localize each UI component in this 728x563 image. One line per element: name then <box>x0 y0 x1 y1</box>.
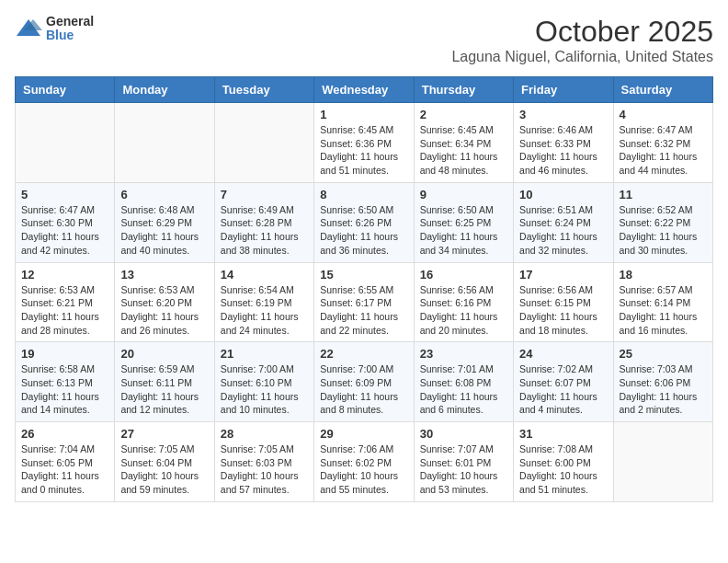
calendar-week-row: 12Sunrise: 6:53 AM Sunset: 6:21 PM Dayli… <box>16 262 713 342</box>
calendar-cell: 19Sunrise: 6:58 AM Sunset: 6:13 PM Dayli… <box>16 342 115 422</box>
day-info: Sunrise: 7:01 AM Sunset: 6:08 PM Dayligh… <box>420 362 507 417</box>
day-header-saturday: Saturday <box>613 77 712 103</box>
calendar-cell: 17Sunrise: 6:56 AM Sunset: 6:15 PM Dayli… <box>514 262 613 342</box>
calendar-cell: 12Sunrise: 6:53 AM Sunset: 6:21 PM Dayli… <box>16 262 115 342</box>
logo: General Blue <box>15 15 94 43</box>
calendar-cell: 8Sunrise: 6:50 AM Sunset: 6:26 PM Daylig… <box>314 182 414 262</box>
day-number: 2 <box>420 108 507 121</box>
day-number: 25 <box>620 347 707 361</box>
calendar-cell: 20Sunrise: 6:59 AM Sunset: 6:11 PM Dayli… <box>115 342 214 422</box>
day-number: 20 <box>120 347 208 361</box>
calendar-cell: 15Sunrise: 6:55 AM Sunset: 6:17 PM Dayli… <box>314 262 414 342</box>
calendar-cell: 25Sunrise: 7:03 AM Sunset: 6:06 PM Dayli… <box>613 342 712 422</box>
calendar-cell: 28Sunrise: 7:05 AM Sunset: 6:03 PM Dayli… <box>214 422 313 502</box>
calendar-cell: 26Sunrise: 7:04 AM Sunset: 6:05 PM Dayli… <box>16 422 115 502</box>
day-number: 14 <box>221 268 308 282</box>
calendar-cell: 29Sunrise: 7:06 AM Sunset: 6:02 PM Dayli… <box>314 422 414 502</box>
day-info: Sunrise: 7:00 AM Sunset: 6:10 PM Dayligh… <box>221 362 308 417</box>
day-info: Sunrise: 6:57 AM Sunset: 6:14 PM Dayligh… <box>620 283 707 338</box>
day-header-tuesday: Tuesday <box>214 77 313 103</box>
day-number: 13 <box>120 268 208 282</box>
calendar-cell: 9Sunrise: 6:50 AM Sunset: 6:25 PM Daylig… <box>414 182 513 262</box>
calendar-week-row: 1Sunrise: 6:45 AM Sunset: 6:36 PM Daylig… <box>16 103 713 183</box>
logo-icon <box>15 17 42 40</box>
day-number: 11 <box>620 188 707 201</box>
day-number: 7 <box>221 188 308 201</box>
day-number: 19 <box>21 347 108 361</box>
day-number: 9 <box>420 188 507 201</box>
day-info: Sunrise: 6:52 AM Sunset: 6:22 PM Dayligh… <box>620 203 707 258</box>
day-info: Sunrise: 6:56 AM Sunset: 6:15 PM Dayligh… <box>519 283 607 338</box>
calendar-week-row: 26Sunrise: 7:04 AM Sunset: 6:05 PM Dayli… <box>16 422 713 502</box>
day-info: Sunrise: 6:53 AM Sunset: 6:20 PM Dayligh… <box>120 283 208 338</box>
day-number: 17 <box>519 268 607 282</box>
day-info: Sunrise: 6:45 AM Sunset: 6:34 PM Dayligh… <box>420 123 507 178</box>
calendar-cell: 3Sunrise: 6:46 AM Sunset: 6:33 PM Daylig… <box>514 103 613 183</box>
calendar-week-row: 5Sunrise: 6:47 AM Sunset: 6:30 PM Daylig… <box>16 182 713 262</box>
calendar-cell: 11Sunrise: 6:52 AM Sunset: 6:22 PM Dayli… <box>613 182 712 262</box>
day-number: 28 <box>221 427 308 441</box>
day-number: 24 <box>519 347 607 361</box>
day-number: 12 <box>21 268 108 282</box>
calendar-cell: 27Sunrise: 7:05 AM Sunset: 6:04 PM Dayli… <box>115 422 214 502</box>
day-info: Sunrise: 6:53 AM Sunset: 6:21 PM Dayligh… <box>21 283 108 338</box>
day-info: Sunrise: 6:49 AM Sunset: 6:28 PM Dayligh… <box>221 203 308 258</box>
day-info: Sunrise: 6:50 AM Sunset: 6:26 PM Dayligh… <box>320 203 407 258</box>
calendar-cell: 18Sunrise: 6:57 AM Sunset: 6:14 PM Dayli… <box>613 262 712 342</box>
calendar-week-row: 19Sunrise: 6:58 AM Sunset: 6:13 PM Dayli… <box>16 342 713 422</box>
day-number: 15 <box>320 268 407 282</box>
title-section: October 2025 Laguna Niguel, California, … <box>451 15 713 65</box>
day-number: 23 <box>420 347 507 361</box>
day-info: Sunrise: 6:56 AM Sunset: 6:16 PM Dayligh… <box>420 283 507 338</box>
day-number: 8 <box>320 188 407 201</box>
day-info: Sunrise: 7:05 AM Sunset: 6:04 PM Dayligh… <box>120 442 208 497</box>
day-info: Sunrise: 6:51 AM Sunset: 6:24 PM Dayligh… <box>519 203 607 258</box>
location-title: Laguna Niguel, California, United States <box>451 49 713 65</box>
calendar-cell <box>115 103 214 183</box>
month-title: October 2025 <box>451 15 713 49</box>
day-header-thursday: Thursday <box>414 77 513 103</box>
day-info: Sunrise: 7:02 AM Sunset: 6:07 PM Dayligh… <box>519 362 607 417</box>
calendar-cell: 4Sunrise: 6:47 AM Sunset: 6:32 PM Daylig… <box>613 103 712 183</box>
day-number: 31 <box>519 427 607 441</box>
day-number: 10 <box>519 188 607 201</box>
day-number: 3 <box>519 108 607 121</box>
calendar-cell: 16Sunrise: 6:56 AM Sunset: 6:16 PM Dayli… <box>414 262 513 342</box>
day-header-wednesday: Wednesday <box>314 77 414 103</box>
logo-text: General Blue <box>46 15 94 43</box>
day-number: 27 <box>120 427 208 441</box>
day-number: 29 <box>320 427 407 441</box>
day-number: 26 <box>21 427 108 441</box>
calendar-table: SundayMondayTuesdayWednesdayThursdayFrid… <box>15 76 713 502</box>
calendar-cell: 7Sunrise: 6:49 AM Sunset: 6:28 PM Daylig… <box>214 182 313 262</box>
calendar-cell: 1Sunrise: 6:45 AM Sunset: 6:36 PM Daylig… <box>314 103 414 183</box>
calendar-cell: 21Sunrise: 7:00 AM Sunset: 6:10 PM Dayli… <box>214 342 313 422</box>
calendar-cell: 14Sunrise: 6:54 AM Sunset: 6:19 PM Dayli… <box>214 262 313 342</box>
day-info: Sunrise: 6:48 AM Sunset: 6:29 PM Dayligh… <box>120 203 208 258</box>
logo-general: General <box>46 15 94 29</box>
day-number: 1 <box>320 108 407 121</box>
day-info: Sunrise: 6:47 AM Sunset: 6:30 PM Dayligh… <box>21 203 108 258</box>
calendar-cell <box>613 422 712 502</box>
day-info: Sunrise: 7:04 AM Sunset: 6:05 PM Dayligh… <box>21 442 108 497</box>
day-number: 6 <box>120 188 208 201</box>
day-number: 16 <box>420 268 507 282</box>
calendar-cell: 23Sunrise: 7:01 AM Sunset: 6:08 PM Dayli… <box>414 342 513 422</box>
calendar-cell: 2Sunrise: 6:45 AM Sunset: 6:34 PM Daylig… <box>414 103 513 183</box>
day-info: Sunrise: 6:50 AM Sunset: 6:25 PM Dayligh… <box>420 203 507 258</box>
day-info: Sunrise: 7:08 AM Sunset: 6:00 PM Dayligh… <box>519 442 607 497</box>
day-number: 5 <box>21 188 108 201</box>
calendar-cell: 10Sunrise: 6:51 AM Sunset: 6:24 PM Dayli… <box>514 182 613 262</box>
day-info: Sunrise: 7:05 AM Sunset: 6:03 PM Dayligh… <box>221 442 308 497</box>
day-info: Sunrise: 7:00 AM Sunset: 6:09 PM Dayligh… <box>320 362 407 417</box>
calendar-cell: 22Sunrise: 7:00 AM Sunset: 6:09 PM Dayli… <box>314 342 414 422</box>
calendar-header-row: SundayMondayTuesdayWednesdayThursdayFrid… <box>16 77 713 103</box>
day-number: 30 <box>420 427 507 441</box>
page-header: General Blue October 2025 Laguna Niguel,… <box>15 15 713 65</box>
day-info: Sunrise: 7:06 AM Sunset: 6:02 PM Dayligh… <box>320 442 407 497</box>
calendar-cell: 6Sunrise: 6:48 AM Sunset: 6:29 PM Daylig… <box>115 182 214 262</box>
day-header-sunday: Sunday <box>16 77 115 103</box>
day-info: Sunrise: 6:54 AM Sunset: 6:19 PM Dayligh… <box>221 283 308 338</box>
calendar-cell: 5Sunrise: 6:47 AM Sunset: 6:30 PM Daylig… <box>16 182 115 262</box>
day-info: Sunrise: 6:45 AM Sunset: 6:36 PM Dayligh… <box>320 123 407 178</box>
